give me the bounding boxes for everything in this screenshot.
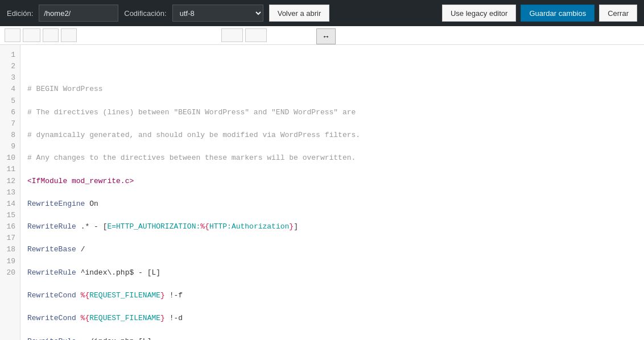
- legacy-editor-button[interactable]: Use legacy editor: [442, 5, 516, 22]
- line-num-1: 1: [0, 49, 20, 61]
- line-num-9: 9: [0, 141, 20, 152]
- line-num-7: 7: [0, 118, 20, 130]
- code-line-5: # Any changes to the directives between …: [27, 152, 637, 164]
- code-line-3: # The directives (lines) between "BEGIN …: [27, 107, 637, 118]
- reopen-button[interactable]: Volver a abrir: [269, 5, 330, 22]
- line-num-15: 15: [0, 210, 20, 221]
- ctrl-btn-6[interactable]: [245, 28, 267, 42]
- code-editor[interactable]: # BEGIN WordPress # The directives (line…: [20, 45, 644, 340]
- editor-controls-bar: ↔: [0, 26, 644, 45]
- edition-input[interactable]: [39, 5, 118, 22]
- line-num-4: 4: [0, 84, 20, 95]
- ctrl-btn-4[interactable]: [61, 28, 77, 42]
- ctrl-btn-5[interactable]: [221, 28, 243, 42]
- code-line-4: # dynamically generated, and should only…: [27, 130, 637, 141]
- line-num-8: 8: [0, 130, 20, 141]
- ctrl-btn-1[interactable]: [5, 28, 20, 42]
- code-line-1: [27, 61, 637, 72]
- save-button[interactable]: Guardar cambios: [521, 5, 595, 22]
- line-num-18: 18: [0, 244, 20, 255]
- code-line-7: RewriteEngine On: [27, 198, 637, 210]
- line-num-10: 10: [0, 152, 20, 164]
- editor-area: 1 2 3 4 5 6 7 8 9 10 11 12 13 14 15 16 1…: [0, 45, 644, 340]
- code-line-2: # BEGIN WordPress: [27, 84, 637, 95]
- resize-button[interactable]: ↔: [316, 28, 336, 44]
- line-num-19: 19: [0, 256, 20, 267]
- toolbar: Edición: Codificación: utf-8 iso-8859-1 …: [0, 0, 644, 26]
- line-num-3: 3: [0, 72, 20, 84]
- code-line-11: RewriteCond %{REQUEST_FILENAME} !-f: [27, 290, 637, 301]
- code-line-13: RewriteRule . /index.php [L]: [27, 336, 637, 340]
- line-num-2: 2: [0, 61, 20, 72]
- close-button[interactable]: Cerrar: [599, 5, 637, 22]
- line-num-16: 16: [0, 221, 20, 233]
- code-line-8: RewriteRule .* - [E=HTTP_AUTHORIZATION:%…: [27, 221, 637, 233]
- resize-icon: ↔: [322, 32, 330, 41]
- line-num-12: 12: [0, 176, 20, 187]
- line-num-5: 5: [0, 96, 20, 107]
- line-num-20: 20: [0, 267, 20, 279]
- ctrl-btn-3[interactable]: [43, 28, 59, 42]
- code-line-10: RewriteRule ^index\.php$ - [L]: [27, 267, 637, 279]
- line-numbers: 1 2 3 4 5 6 7 8 9 10 11 12 13 14 15 16 1…: [0, 45, 20, 340]
- line-num-13: 13: [0, 187, 20, 198]
- line-num-14: 14: [0, 198, 20, 210]
- ctrl-btn-2[interactable]: [23, 28, 40, 42]
- line-num-6: 6: [0, 107, 20, 118]
- encoding-select[interactable]: utf-8 iso-8859-1 ascii utf-16: [172, 5, 263, 22]
- toolbar-right: Use legacy editor Guardar cambios Cerrar: [442, 5, 637, 22]
- edition-label: Edición:: [7, 9, 33, 18]
- code-line-6: <IfModule mod_rewrite.c>: [27, 176, 637, 187]
- line-num-17: 17: [0, 233, 20, 244]
- code-line-9: RewriteBase /: [27, 244, 637, 255]
- line-num-11: 11: [0, 164, 20, 175]
- code-line-12: RewriteCond %{REQUEST_FILENAME} !-d: [27, 313, 637, 324]
- encoding-label: Codificación:: [124, 9, 166, 18]
